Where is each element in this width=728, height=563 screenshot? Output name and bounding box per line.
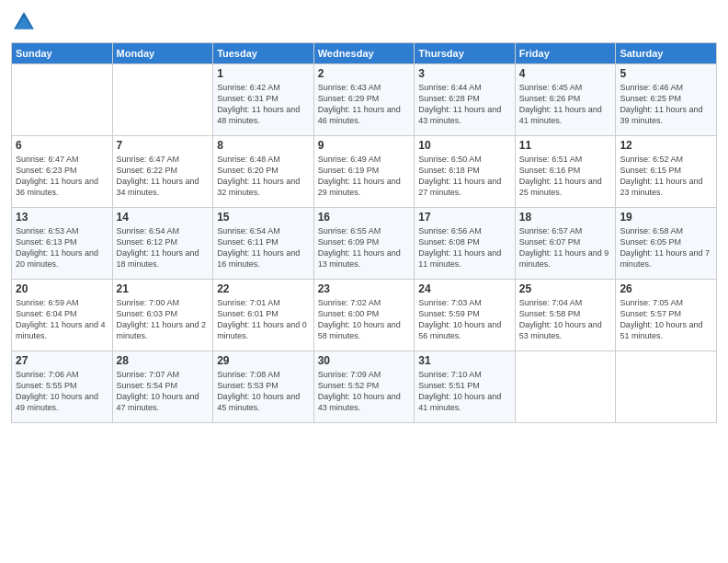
calendar-cell: 18Sunrise: 6:57 AMSunset: 6:07 PMDayligh…: [515, 208, 616, 280]
col-header-sunday: Sunday: [12, 43, 113, 64]
day-number: 12: [620, 139, 712, 152]
cell-info: Sunrise: 6:48 AMSunset: 6:20 PMDaylight:…: [217, 154, 310, 199]
col-header-friday: Friday: [515, 43, 616, 64]
calendar-cell: 3Sunrise: 6:44 AMSunset: 6:28 PMDaylight…: [415, 64, 516, 136]
cell-info: Sunrise: 6:47 AMSunset: 6:22 PMDaylight:…: [117, 154, 210, 199]
header-row: SundayMondayTuesdayWednesdayThursdayFrid…: [12, 43, 717, 64]
day-number: 21: [117, 282, 210, 295]
cell-info: Sunrise: 7:01 AMSunset: 6:01 PMDaylight:…: [217, 297, 310, 342]
day-number: 20: [16, 282, 108, 295]
day-number: 31: [418, 354, 511, 367]
calendar-cell: 14Sunrise: 6:54 AMSunset: 6:12 PMDayligh…: [112, 208, 213, 280]
week-row-2: 13Sunrise: 6:53 AMSunset: 6:13 PMDayligh…: [12, 208, 717, 280]
calendar-cell: [515, 351, 616, 423]
day-number: 17: [418, 211, 511, 224]
cell-info: Sunrise: 6:43 AMSunset: 6:29 PMDaylight:…: [318, 82, 411, 127]
cell-info: Sunrise: 6:46 AMSunset: 6:25 PMDaylight:…: [620, 82, 712, 127]
calendar-cell: [616, 351, 717, 423]
cell-info: Sunrise: 7:02 AMSunset: 6:00 PMDaylight:…: [318, 297, 411, 342]
week-row-0: 1Sunrise: 6:42 AMSunset: 6:31 PMDaylight…: [12, 64, 717, 136]
calendar-cell: 15Sunrise: 6:54 AMSunset: 6:11 PMDayligh…: [213, 208, 314, 280]
cell-info: Sunrise: 7:03 AMSunset: 5:59 PMDaylight:…: [418, 297, 511, 342]
day-number: 30: [318, 354, 411, 367]
day-number: 7: [117, 139, 210, 152]
calendar-cell: 11Sunrise: 6:51 AMSunset: 6:16 PMDayligh…: [515, 136, 616, 208]
cell-info: Sunrise: 7:00 AMSunset: 6:03 PMDaylight:…: [117, 297, 210, 342]
day-number: 22: [217, 282, 310, 295]
calendar-cell: 5Sunrise: 6:46 AMSunset: 6:25 PMDaylight…: [616, 64, 717, 136]
day-number: 2: [318, 67, 411, 80]
cell-info: Sunrise: 6:52 AMSunset: 6:15 PMDaylight:…: [620, 154, 712, 199]
cell-info: Sunrise: 6:42 AMSunset: 6:31 PMDaylight:…: [217, 82, 310, 127]
calendar-cell: 28Sunrise: 7:07 AMSunset: 5:54 PMDayligh…: [112, 351, 213, 423]
calendar-cell: 8Sunrise: 6:48 AMSunset: 6:20 PMDaylight…: [213, 136, 314, 208]
col-header-monday: Monday: [112, 43, 213, 64]
cell-info: Sunrise: 6:51 AMSunset: 6:16 PMDaylight:…: [519, 154, 612, 199]
cell-info: Sunrise: 6:59 AMSunset: 6:04 PMDaylight:…: [16, 297, 108, 342]
week-row-3: 20Sunrise: 6:59 AMSunset: 6:04 PMDayligh…: [12, 280, 717, 351]
logo-icon: [11, 9, 37, 35]
day-number: 24: [418, 282, 511, 295]
week-row-4: 27Sunrise: 7:06 AMSunset: 5:55 PMDayligh…: [12, 351, 717, 423]
calendar-cell: 17Sunrise: 6:56 AMSunset: 6:08 PMDayligh…: [415, 208, 516, 280]
day-number: 5: [620, 67, 712, 80]
calendar-cell: 20Sunrise: 6:59 AMSunset: 6:04 PMDayligh…: [12, 280, 113, 351]
calendar-cell: 1Sunrise: 6:42 AMSunset: 6:31 PMDaylight…: [213, 64, 314, 136]
day-number: 10: [418, 139, 511, 152]
calendar-cell: 24Sunrise: 7:03 AMSunset: 5:59 PMDayligh…: [415, 280, 516, 351]
calendar-cell: 7Sunrise: 6:47 AMSunset: 6:22 PMDaylight…: [112, 136, 213, 208]
calendar-cell: 27Sunrise: 7:06 AMSunset: 5:55 PMDayligh…: [12, 351, 113, 423]
day-number: 11: [519, 139, 612, 152]
calendar-cell: 13Sunrise: 6:53 AMSunset: 6:13 PMDayligh…: [12, 208, 113, 280]
calendar-cell: [112, 64, 213, 136]
day-number: 27: [16, 354, 108, 367]
calendar-cell: 12Sunrise: 6:52 AMSunset: 6:15 PMDayligh…: [616, 136, 717, 208]
cell-info: Sunrise: 7:07 AMSunset: 5:54 PMDaylight:…: [117, 369, 210, 414]
cell-info: Sunrise: 7:08 AMSunset: 5:53 PMDaylight:…: [217, 369, 310, 414]
cell-info: Sunrise: 6:57 AMSunset: 6:07 PMDaylight:…: [519, 225, 612, 270]
day-number: 15: [217, 211, 310, 224]
logo: [11, 9, 40, 35]
col-header-saturday: Saturday: [616, 43, 717, 64]
day-number: 13: [16, 211, 108, 224]
day-number: 8: [217, 139, 310, 152]
day-number: 23: [318, 282, 411, 295]
week-row-1: 6Sunrise: 6:47 AMSunset: 6:23 PMDaylight…: [12, 136, 717, 208]
calendar-cell: 16Sunrise: 6:55 AMSunset: 6:09 PMDayligh…: [313, 208, 415, 280]
calendar-cell: 2Sunrise: 6:43 AMSunset: 6:29 PMDaylight…: [313, 64, 415, 136]
cell-info: Sunrise: 6:54 AMSunset: 6:11 PMDaylight:…: [217, 225, 310, 270]
cell-info: Sunrise: 6:58 AMSunset: 6:05 PMDaylight:…: [620, 225, 712, 270]
calendar-cell: 29Sunrise: 7:08 AMSunset: 5:53 PMDayligh…: [213, 351, 314, 423]
calendar-cell: 30Sunrise: 7:09 AMSunset: 5:52 PMDayligh…: [313, 351, 415, 423]
cell-info: Sunrise: 6:45 AMSunset: 6:26 PMDaylight:…: [519, 82, 612, 127]
cell-info: Sunrise: 7:06 AMSunset: 5:55 PMDaylight:…: [16, 369, 108, 414]
calendar-cell: 25Sunrise: 7:04 AMSunset: 5:58 PMDayligh…: [515, 280, 616, 351]
calendar-cell: 10Sunrise: 6:50 AMSunset: 6:18 PMDayligh…: [415, 136, 516, 208]
day-number: 16: [318, 211, 411, 224]
calendar-cell: [12, 64, 113, 136]
cell-info: Sunrise: 6:53 AMSunset: 6:13 PMDaylight:…: [16, 225, 108, 270]
col-header-wednesday: Wednesday: [313, 43, 415, 64]
col-header-tuesday: Tuesday: [213, 43, 314, 64]
cell-info: Sunrise: 7:04 AMSunset: 5:58 PMDaylight:…: [519, 297, 612, 342]
day-number: 26: [620, 282, 712, 295]
calendar-cell: 22Sunrise: 7:01 AMSunset: 6:01 PMDayligh…: [213, 280, 314, 351]
day-number: 14: [117, 211, 210, 224]
page-container: SundayMondayTuesdayWednesdayThursdayFrid…: [0, 0, 728, 431]
cell-info: Sunrise: 7:05 AMSunset: 5:57 PMDaylight:…: [620, 297, 712, 342]
day-number: 3: [418, 67, 511, 80]
day-number: 29: [217, 354, 310, 367]
calendar-cell: 19Sunrise: 6:58 AMSunset: 6:05 PMDayligh…: [616, 208, 717, 280]
cell-info: Sunrise: 7:10 AMSunset: 5:51 PMDaylight:…: [418, 369, 511, 414]
calendar-cell: 4Sunrise: 6:45 AMSunset: 6:26 PMDaylight…: [515, 64, 616, 136]
day-number: 18: [519, 211, 612, 224]
cell-info: Sunrise: 6:47 AMSunset: 6:23 PMDaylight:…: [16, 154, 108, 199]
day-number: 28: [117, 354, 210, 367]
day-number: 25: [519, 282, 612, 295]
page-header: [11, 9, 717, 35]
cell-info: Sunrise: 6:56 AMSunset: 6:08 PMDaylight:…: [418, 225, 511, 270]
col-header-thursday: Thursday: [415, 43, 516, 64]
day-number: 1: [217, 67, 310, 80]
day-number: 9: [318, 139, 411, 152]
cell-info: Sunrise: 7:09 AMSunset: 5:52 PMDaylight:…: [318, 369, 411, 414]
